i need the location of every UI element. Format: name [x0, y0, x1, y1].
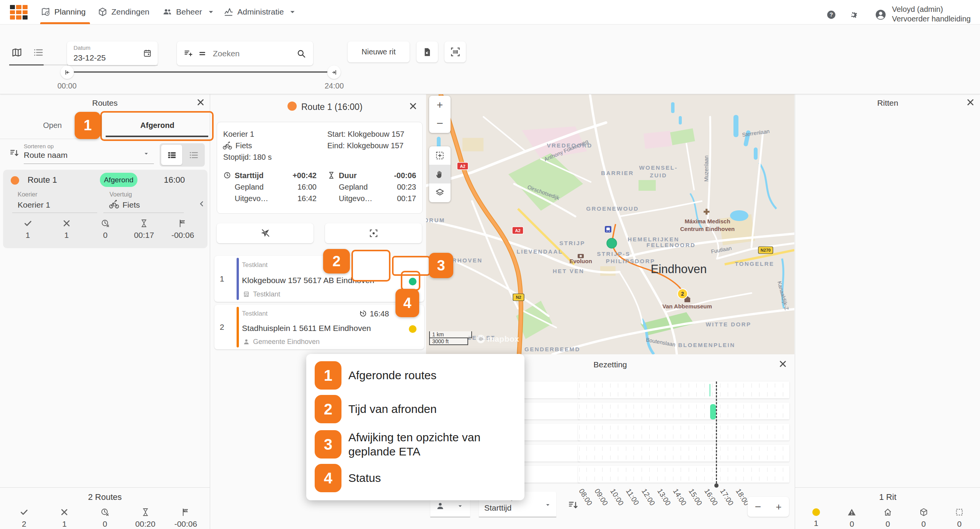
calendar-icon[interactable] [143, 49, 152, 58]
route-start-marker[interactable] [607, 238, 617, 248]
vehicle-value: Fiets [122, 200, 140, 210]
barcode-scan-button[interactable] [444, 41, 466, 62]
slider-end-handle[interactable] [327, 66, 341, 79]
list-view-toggle-icon[interactable] [33, 47, 44, 58]
timeline-zoom-out-button[interactable]: − [748, 497, 768, 517]
stop2-map-marker[interactable]: 2 [678, 289, 688, 299]
package-icon [919, 508, 928, 517]
bezetting-row-timeline[interactable] [578, 445, 789, 462]
zoom-out-button[interactable]: − [429, 114, 451, 133]
date-value: 23-12-25 [74, 53, 106, 62]
scale-km: 1 km [429, 331, 472, 338]
search-box[interactable] [177, 41, 313, 66]
timeline-zoom-in-button[interactable]: + [768, 497, 789, 517]
clock-cancel-icon [100, 508, 109, 517]
stop-color-bar [237, 258, 239, 300]
center-map-button[interactable] [325, 223, 422, 243]
import-file-button[interactable] [416, 41, 438, 62]
map-canvas[interactable]: A2 A2 N2 N270 Sterrenlaan Anthony Fokker… [426, 94, 794, 354]
nav-item-planning[interactable]: Planning [41, 0, 86, 24]
hourglass-icon [139, 219, 149, 228]
date-field[interactable]: Datum 23-12-25 [67, 41, 158, 66]
bezetting-row-timeline[interactable] [578, 403, 789, 419]
courier-label: Koerier [18, 191, 38, 198]
courier-value: Koerier 1 [18, 200, 50, 210]
bike-icon [109, 199, 119, 210]
uitgevoerd-label: Uitgevo… [235, 194, 268, 203]
avatar-icon[interactable] [875, 9, 887, 21]
planning-icon [41, 7, 51, 17]
svg-text:LIEVENDAAL: LIEVENDAAL [517, 248, 563, 255]
zendingen-icon [98, 7, 108, 17]
hourglass-icon [327, 171, 335, 179]
veloyd-logo-icon[interactable] [10, 5, 28, 20]
stop-address: Stadhuisplein 1 5611 EM Eindhoven [242, 324, 371, 333]
sort-value: Starttijd [484, 503, 511, 513]
filter-equals-icon[interactable] [198, 49, 207, 58]
time-range-slider-track[interactable] [68, 71, 334, 73]
collapse-chevron-icon[interactable] [198, 200, 206, 208]
timeline-zoom-control: − + [748, 497, 789, 517]
top-nav: Planning Zendingen Beheer Administratie … [0, 0, 980, 25]
stop-client: Testklant [242, 310, 268, 318]
close-icon[interactable] [196, 98, 205, 107]
road-shield-a2: A2 [457, 162, 468, 170]
gantt-bar[interactable] [710, 404, 716, 419]
slider-start-handle[interactable] [60, 66, 74, 79]
legend-text-1: Afgeronde routes [348, 368, 513, 382]
svg-text:STRIJP: STRIJP [559, 240, 585, 246]
nav-item-administratie[interactable]: Administratie [224, 0, 297, 24]
dense-view-button[interactable] [161, 145, 182, 165]
svg-text:TONGELRE: TONGELRE [735, 260, 774, 267]
current-time-line [716, 382, 717, 483]
close-icon[interactable] [966, 98, 975, 107]
help-icon[interactable]: ? [826, 10, 836, 20]
sort-direction-icon[interactable] [9, 147, 20, 158]
road-shield-a2: A2 [512, 227, 523, 234]
map-view-toggle-icon[interactable] [11, 47, 22, 58]
bezetting-row-timeline[interactable] [578, 424, 789, 441]
sort-label: Sorteren op [24, 143, 154, 149]
gantt-bar-thin[interactable] [709, 384, 710, 396]
nav-item-zendingen[interactable]: Zendingen [98, 0, 149, 24]
bezetting-row-timeline[interactable] [578, 466, 789, 483]
filter-add-icon[interactable] [183, 49, 193, 58]
annotation-badge-3: 3 [429, 253, 453, 278]
search-input[interactable] [212, 47, 286, 61]
bezetting-row-timeline[interactable] [578, 382, 789, 398]
view-toggle-indicator [9, 64, 44, 66]
navigation-off-button[interactable] [217, 223, 314, 243]
close-icon[interactable] [778, 359, 787, 368]
bike-icon [222, 141, 232, 151]
navigation-off-icon [260, 228, 270, 238]
stop-card-2[interactable]: 2 Testklant 16:48 Stadhuisplein 1 5611 E… [214, 305, 424, 349]
chevron-down-icon [456, 502, 464, 510]
pan-button[interactable] [429, 165, 451, 183]
gepland-label: Gepland [235, 183, 264, 192]
layers-button[interactable] [429, 183, 451, 202]
nav-label: Zendingen [111, 7, 149, 16]
vehicle-label: Voertuig [109, 191, 132, 198]
ritten-title: Ritten [795, 98, 980, 108]
gear-icon[interactable] [848, 10, 858, 20]
sort-select[interactable]: Sorteren op Route naam [24, 143, 154, 164]
stat-done: 1 [26, 231, 30, 240]
annotation-badge-1: 1 [75, 112, 101, 139]
box-select-button[interactable] [429, 146, 451, 165]
close-icon[interactable] [408, 102, 418, 111]
zoom-in-button[interactable]: + [429, 96, 451, 114]
active-tab-underline [40, 22, 90, 24]
ritten-footer-stats: 1 0 0 0 0 [798, 508, 977, 529]
route-card[interactable]: Route 1 Afgerond 16:00 Koerier Koerier 1… [3, 170, 207, 248]
hand-icon [435, 169, 445, 179]
simple-view-button[interactable] [184, 145, 203, 165]
search-icon[interactable] [296, 49, 306, 59]
nav-item-beheer[interactable]: Beheer [162, 0, 216, 24]
duur-delta: -00:06 [385, 171, 416, 180]
legend-badge-2: 2 [315, 395, 341, 423]
list-style-toggle [160, 143, 205, 167]
user-info[interactable]: Veloyd (admin) Vervoerder handleiding [892, 5, 971, 24]
new-ride-button[interactable]: Nieuwe rit [348, 41, 410, 62]
svg-text:Muzenlaan: Muzenlaan [703, 156, 709, 182]
sort-direction-icon[interactable] [568, 499, 579, 511]
